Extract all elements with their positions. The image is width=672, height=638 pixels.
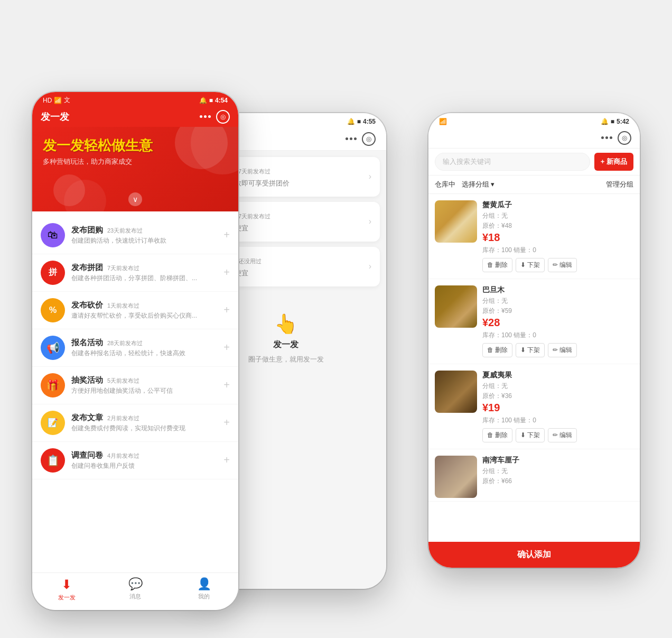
menu-content-article: 发布文章 2月前发布过 创建免费或付费阅读，实现知识付费变现 bbox=[71, 413, 217, 433]
bubble2 bbox=[53, 174, 85, 206]
product-group-4: 分组：无 bbox=[482, 467, 633, 476]
edit-btn-1[interactable]: ✏ 编辑 bbox=[548, 258, 577, 272]
product-img-3 bbox=[435, 371, 477, 413]
more-button-1[interactable] bbox=[200, 115, 211, 118]
dot-2-1 bbox=[346, 137, 348, 140]
target-button-3[interactable]: ◎ bbox=[618, 131, 631, 145]
menu-time-article: 2月前发布过 bbox=[107, 414, 139, 422]
header-actions-3: ◎ bbox=[601, 131, 631, 145]
menu-title-row-pingtuan: 发布拼团 7天前发布过 bbox=[71, 263, 217, 273]
plus-icon-tuangou[interactable]: + bbox=[223, 229, 230, 241]
phones-container: HD 📶 文 🔔 ■ 4:54 发一发 bbox=[32, 29, 640, 610]
product-price-3: ¥19 bbox=[482, 402, 633, 414]
menu-desc-article: 创建免费或付费阅读，实现知识付费变现 bbox=[71, 424, 217, 433]
menu-content-survey: 调查问卷 4月前发布过 创建问卷收集用户反馈 bbox=[71, 450, 217, 470]
status-right-1: 🔔 ■ 4:54 bbox=[199, 97, 228, 104]
target-button-2[interactable]: ◎ bbox=[362, 132, 376, 146]
nav-item-mine[interactable]: 👤 我的 bbox=[170, 577, 238, 602]
menu-name-kanjia: 发布砍价 bbox=[71, 300, 103, 310]
plus-icon-article[interactable]: + bbox=[223, 417, 230, 429]
plus-icon-choujiang[interactable]: + bbox=[223, 379, 230, 391]
product-name-2: 巴旦木 bbox=[482, 285, 633, 295]
chevron-ladder: › bbox=[369, 217, 371, 226]
edit-btn-3[interactable]: ✏ 编辑 bbox=[548, 428, 577, 442]
search-bar: 输入搜索关键词 + 新商品 bbox=[428, 149, 640, 175]
menu-name-article: 发布文章 bbox=[71, 413, 103, 423]
nav-icon-mine: 👤 bbox=[197, 577, 211, 591]
product-item-2: 巴旦木 分组：无 原价：¥59 ¥28 库存：100 销量：0 🗑 删除 ⬇ 下… bbox=[428, 279, 640, 364]
menu-name-choujiang: 抽奖活动 bbox=[71, 375, 103, 385]
product-stock-2: 库存：100 销量：0 bbox=[482, 331, 633, 340]
menu-desc-choujiang: 方便好用地创建抽奖活动，公平可信 bbox=[71, 386, 217, 395]
menu-icon-tuangou: 🛍 bbox=[41, 223, 65, 247]
filter-tab-warehouse[interactable]: 仓库中 bbox=[435, 180, 455, 189]
menu-content-tuangou: 发布团购 23天前发布过 创建团购活动，快速统计订单收款 bbox=[71, 225, 217, 245]
product-info-4: 南湾车厘子 分组：无 原价：¥66 bbox=[482, 456, 633, 498]
menu-time-pingtuan: 7天前发布过 bbox=[107, 264, 139, 272]
confirm-bar[interactable]: 确认添加 bbox=[428, 542, 640, 568]
shelve-btn-2[interactable]: ⬇ 下架 bbox=[516, 343, 545, 357]
status-right-2: 🔔 ■ 4:55 bbox=[347, 118, 376, 125]
status-bar-1: HD 📶 文 🔔 ■ 4:54 bbox=[32, 92, 238, 107]
new-product-button[interactable]: + 新商品 bbox=[594, 153, 633, 171]
shelve-btn-3[interactable]: ⬇ 下架 bbox=[516, 428, 545, 442]
delete-btn-3[interactable]: 🗑 删除 bbox=[482, 428, 512, 442]
battery-icon: ■ bbox=[209, 97, 213, 104]
more-button-3[interactable] bbox=[601, 136, 612, 139]
bell-icon-2: 🔔 bbox=[347, 118, 355, 125]
manage-group-button[interactable]: 管理分组 bbox=[606, 180, 633, 189]
product-actions-3: 🗑 删除 ⬇ 下架 ✏ 编辑 bbox=[482, 428, 633, 442]
menu-item-survey[interactable]: 📋 调查问卷 4月前发布过 创建问卷收集用户反馈 + bbox=[32, 442, 238, 479]
menu-name-tuangou: 发布团购 bbox=[71, 225, 103, 235]
nav-item-home[interactable]: ⬇ 发一发 bbox=[32, 577, 101, 602]
battery-icon-3: ■ bbox=[611, 118, 614, 125]
dot-3-2 bbox=[605, 136, 608, 139]
time-display-1: 4:54 bbox=[215, 97, 228, 104]
menu-title-row-tuangou: 发布团购 23天前发布过 bbox=[71, 225, 217, 235]
chevron-share: › bbox=[369, 172, 371, 181]
dot3 bbox=[208, 115, 211, 118]
search-input[interactable]: 输入搜索关键词 bbox=[435, 153, 590, 171]
plus-icon-survey[interactable]: + bbox=[223, 454, 230, 466]
menu-item-tuangou[interactable]: 🛍 发布团购 23天前发布过 创建团购活动，快速统计订单收款 + bbox=[32, 217, 238, 254]
plus-icon-baoming[interactable]: + bbox=[223, 341, 230, 354]
phone-1-screen: HD 📶 文 🔔 ■ 4:54 发一发 bbox=[32, 92, 238, 610]
menu-desc-pingtuan: 创建各种拼团活动，分享拼团、阶梯拼团、... bbox=[71, 274, 217, 283]
menu-item-article[interactable]: 📝 发布文章 2月前发布过 创建免费或付费阅读，实现知识付费变现 + bbox=[32, 404, 238, 442]
product-name-3: 夏威夷果 bbox=[482, 371, 633, 380]
edit-btn-2[interactable]: ✏ 编辑 bbox=[548, 343, 577, 357]
product-item-3: 夏威夷果 分组：无 原价：¥36 ¥19 库存：100 销量：0 🗑 删除 ⬇ … bbox=[428, 364, 640, 449]
menu-item-pingtuan[interactable]: 拼 发布拼团 7天前发布过 创建各种拼团活动，分享拼团、阶梯拼团、... + bbox=[32, 254, 238, 292]
mode-icon: 文 bbox=[64, 96, 70, 105]
header-actions-1: ◎ bbox=[200, 110, 230, 124]
menu-desc-tuangou: 创建团购活动，快速统计订单收款 bbox=[71, 236, 217, 245]
banner-arrow[interactable]: ∨ bbox=[128, 192, 142, 206]
plus-icon-kanjia[interactable]: + bbox=[223, 304, 230, 316]
menu-list: 🛍 发布团购 23天前发布过 创建团购活动，快速统计订单收款 + 拼 bbox=[32, 211, 238, 572]
menu-item-kanjia[interactable]: % 发布砍价 1天前发布过 邀请好友帮忙砍价，享受砍后价购买心仪商... + bbox=[32, 292, 238, 329]
plus-icon-pingtuan[interactable]: + bbox=[223, 266, 230, 279]
product-price-2: ¥28 bbox=[482, 317, 633, 329]
menu-time-baoming: 28天前发布过 bbox=[107, 339, 143, 347]
menu-content-baoming: 报名活动 28天前发布过 创建各种报名活动，轻松统计，快速高效 bbox=[71, 338, 217, 358]
filter-dropdown-group[interactable]: 选择分组 ▾ bbox=[462, 180, 494, 189]
more-button-2[interactable] bbox=[346, 137, 357, 140]
nav-item-messages[interactable]: 💬 消息 bbox=[101, 577, 170, 602]
target-icon-1: ◎ bbox=[220, 113, 226, 121]
menu-item-choujiang[interactable]: 🎁 抽奖活动 5天前发布过 方便好用地创建抽奖活动，公平可信 + bbox=[32, 367, 238, 404]
menu-time-choujiang: 5天前发布过 bbox=[107, 377, 139, 385]
delete-btn-2[interactable]: 🗑 删除 bbox=[482, 343, 512, 357]
shelve-btn-1[interactable]: ⬇ 下架 bbox=[516, 258, 545, 272]
empty-subtitle: 圈子做生意，就用发一发 bbox=[248, 355, 324, 364]
target-icon-3: ◎ bbox=[622, 134, 627, 142]
menu-title-row-kanjia: 发布砍价 1天前发布过 bbox=[71, 300, 217, 310]
header-3: ◎ bbox=[428, 128, 640, 149]
signal-icon: HD 📶 bbox=[43, 97, 62, 104]
pingtuan-time-plus: 还没用过 bbox=[238, 257, 262, 265]
download-icon-1: ⬇ bbox=[520, 261, 526, 269]
menu-item-baoming[interactable]: 📢 报名活动 28天前发布过 创建各种报名活动，轻松统计，快速高效 + bbox=[32, 329, 238, 367]
delete-btn-1[interactable]: 🗑 删除 bbox=[482, 258, 512, 272]
target-button-1[interactable]: ◎ bbox=[216, 110, 230, 124]
menu-icon-baoming: 📢 bbox=[41, 336, 65, 360]
nav-label-mine: 我的 bbox=[198, 593, 210, 600]
